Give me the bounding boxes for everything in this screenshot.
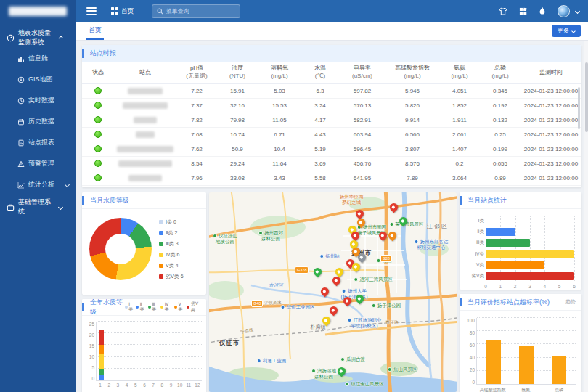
- map-label: 扬州站: [319, 253, 340, 259]
- value-cell: 11.64: [258, 156, 301, 171]
- value-cell: 4.17: [301, 113, 339, 127]
- bar-chart-icon: [17, 55, 25, 62]
- legend-label: Ⅲ类 3: [166, 240, 179, 248]
- bar[interactable]: [519, 346, 534, 384]
- legend-item[interactable]: 劣Ⅴ类: [187, 301, 200, 314]
- chevron-down-icon[interactable]: [575, 8, 580, 13]
- sidebar-item-label: 统计分析: [28, 180, 54, 189]
- legend-item[interactable]: Ⅴ类: [174, 301, 184, 314]
- map-label-line: 镇江金山风景区: [345, 381, 384, 387]
- gridline: [97, 332, 202, 333]
- station-marker-pin[interactable]: [388, 202, 399, 213]
- legend-item[interactable]: Ⅳ类 6: [159, 251, 184, 258]
- station-marker-pin[interactable]: [327, 305, 339, 317]
- sidebar-item-station-report[interactable]: 站点报表: [0, 132, 76, 153]
- tabbar: 首页 更多: [76, 22, 588, 41]
- legend-item[interactable]: Ⅲ类: [148, 301, 158, 314]
- bar[interactable]: [486, 272, 574, 280]
- map-label: 华侨工业园区: [281, 304, 315, 310]
- legend-item[interactable]: Ⅱ类 2: [159, 229, 184, 237]
- bar-track: [486, 272, 574, 280]
- map-label-line: 华侨工业园区: [281, 304, 315, 310]
- legend-item[interactable]: Ⅰ类 0: [159, 219, 184, 226]
- tab-home[interactable]: 首页: [86, 22, 104, 40]
- sidebar-group-base-system[interactable]: 基础管理系统: [0, 197, 76, 217]
- layout-apps-icon[interactable]: [519, 7, 527, 15]
- map-label: 焦山风景区: [388, 367, 417, 372]
- value-cell: 0.199: [480, 142, 520, 156]
- category-label: 劣Ⅴ类: [465, 273, 484, 279]
- legend-swatch: [159, 220, 163, 224]
- y-tick-label: 40: [464, 355, 475, 360]
- bar[interactable]: [486, 239, 530, 247]
- sidebar-group-water-system[interactable]: 地表水质量监测系统: [0, 28, 76, 48]
- park-poi-icon: [213, 234, 217, 238]
- user-avatar[interactable]: [558, 5, 570, 17]
- station-marker-pin[interactable]: [319, 286, 330, 298]
- sidebar-item-label: 信息舱: [28, 54, 48, 63]
- map-label-line: 扬州华侨城: [340, 194, 364, 200]
- topbar: 首页: [76, 0, 588, 22]
- legend-item[interactable]: Ⅴ类 4: [159, 262, 184, 269]
- table-row[interactable]: 7.8279.9811.054.17582.919.9141.9110.1322…: [82, 113, 581, 127]
- sidebar-item-statistics[interactable]: 统计分析: [0, 174, 76, 195]
- table-scrollbar-thumb[interactable]: [578, 87, 580, 129]
- station-map[interactable]: 扬州华侨城梦幻之城扬州市蜀冈唐子城风景区茱萸湾风景区江都区扬州东部客运枢纽交通中…: [209, 192, 457, 392]
- legend-label: 劣Ⅴ类 6: [166, 273, 184, 280]
- legend-item[interactable]: 劣Ⅴ类 6: [159, 273, 184, 280]
- table-row[interactable]: 7.2215.915.036.3597.825.9454.0510.345202…: [82, 83, 581, 98]
- trend-link[interactable]: 趋势: [565, 298, 576, 306]
- bar-segment[interactable]: [99, 345, 104, 354]
- page-scrollbar[interactable]: [584, 41, 588, 392]
- x-tick-label: 2: [514, 284, 517, 289]
- theme-shirt-icon[interactable]: [499, 7, 507, 15]
- map-label-line: 沪陕高速: [264, 300, 282, 306]
- scrollbar-thumb[interactable]: [585, 62, 588, 132]
- bar[interactable]: [486, 250, 574, 258]
- more-button[interactable]: 更多: [552, 25, 581, 37]
- bar-segment[interactable]: [99, 330, 104, 345]
- donut-ring[interactable]: [89, 218, 152, 280]
- report-icon: [17, 139, 25, 147]
- sidebar-item-gis-map[interactable]: GIS地图: [0, 69, 76, 90]
- sidebar-item-label: 预警管理: [28, 159, 54, 168]
- bar[interactable]: [486, 340, 501, 384]
- table-row[interactable]: 7.6250.910.45.19596.453.8071.4070.199202…: [82, 142, 581, 156]
- bar[interactable]: [486, 261, 544, 269]
- bar-segment[interactable]: [99, 375, 104, 380]
- bar-segment[interactable]: [99, 369, 104, 376]
- station-name-redacted: [136, 131, 155, 138]
- legend-label: Ⅱ类 2: [166, 229, 177, 237]
- value-cell: 582.91: [339, 113, 385, 127]
- sidebar-item-history-data[interactable]: 历史数据: [0, 111, 76, 132]
- value-cell: 79.98: [217, 113, 258, 127]
- table-row[interactable]: 7.6810.746.714.43603.946.5662.0610.25202…: [82, 127, 581, 142]
- collapse-menu-icon[interactable]: [86, 5, 97, 17]
- legend-item[interactable]: Ⅱ类: [136, 301, 144, 314]
- bar[interactable]: [486, 228, 515, 236]
- station-marker-pin[interactable]: [311, 266, 323, 278]
- map-overlay: 扬州华侨城梦幻之城扬州市蜀冈唐子城风景区茱萸湾风景区江都区扬州东部客运枢纽交通中…: [209, 192, 457, 392]
- legend-item[interactable]: Ⅲ类 3: [159, 240, 184, 248]
- status-dot-green: [94, 174, 102, 181]
- station-marker-pin[interactable]: [386, 230, 398, 242]
- gridline: [574, 216, 575, 281]
- x-tick-label: 5: [131, 381, 140, 388]
- bar[interactable]: [552, 356, 566, 384]
- legend-swatch: [159, 264, 163, 268]
- sidebar-item-info-cabin[interactable]: 信息舱: [0, 48, 76, 69]
- category-label: 氨氮: [510, 385, 543, 392]
- table-row[interactable]: 7.9633.083.435.58641.957.893.0640.892024…: [82, 171, 581, 185]
- bar-segment[interactable]: [99, 354, 104, 369]
- value-cell: 7.82: [176, 113, 217, 127]
- flame-icon[interactable]: [539, 7, 546, 15]
- station-marker-pin[interactable]: [335, 366, 347, 377]
- legend-item[interactable]: Ⅳ类: [160, 301, 171, 314]
- legend-item[interactable]: Ⅰ类: [125, 301, 134, 314]
- table-row[interactable]: 7.3732.1615.533.24570.135.8261.8520.1922…: [82, 98, 581, 113]
- search-input[interactable]: [166, 8, 235, 15]
- sidebar-item-alert-management[interactable]: 预警管理: [0, 153, 76, 174]
- breadcrumb[interactable]: 首页: [111, 7, 134, 16]
- sidebar-item-realtime-data[interactable]: 实时数据: [0, 90, 76, 111]
- table-row[interactable]: 8.5429.2411.643.69456.768.5760.20.055202…: [82, 156, 581, 171]
